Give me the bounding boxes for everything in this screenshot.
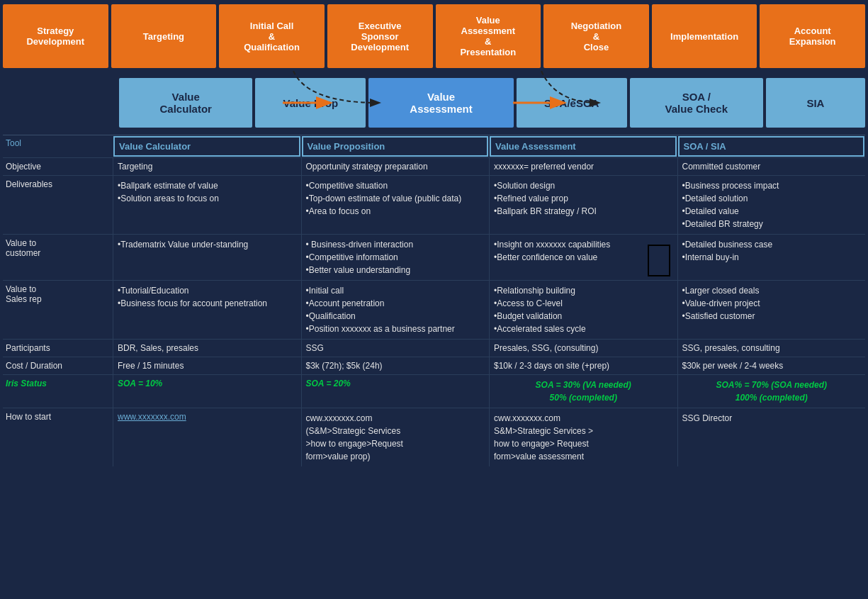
cost-duration-cell-2: $3k (72h); $5k (24h) [301, 357, 490, 374]
stage-strategy: StrategyDevelopment [3, 4, 108, 68]
objective-cell-4: Committed customer [677, 158, 866, 175]
deliverables-cell-3: •Solution design•Refined value prop•Ball… [489, 176, 677, 234]
deliverables-cell-1: •Ballpark estimate of value•Solution are… [113, 176, 301, 234]
value-customer-cell-3: •Insight on xxxxxxx capabilities•Better … [489, 235, 677, 280]
cost-duration-cell-4: $30k per week / 2-4 weeks [677, 357, 866, 374]
deliverables-row: Deliverables •Ballpark estimate of value… [3, 175, 865, 234]
value-salesrep-cell-1: •Tutorial/Education•Business focus for a… [113, 281, 301, 339]
stage-negotiation: Negotiation&Close [543, 4, 649, 68]
tool-value-assessment: ValueAssessment [368, 78, 513, 128]
participants-cell-2: SSG [301, 340, 490, 357]
cost-duration-label: Cost / Duration [3, 357, 113, 374]
objective-label: Objective [3, 158, 113, 175]
tool-sia: SIA [766, 78, 865, 128]
value-customer-cell-2: • Business-driven interaction•Competitiv… [301, 235, 490, 280]
stage-targeting: Targeting [111, 4, 217, 68]
value-customer-cell-4: •Detailed business case•Internal buy-in [677, 235, 866, 280]
black-rectangle [648, 245, 670, 276]
page-container: StrategyDevelopment Targeting Initial Ca… [0, 0, 868, 466]
objective-cell-1: Targeting [113, 158, 301, 175]
how-to-start-cell-2: cww.xxxxxxx.com(S&M>Strategic Services>h… [301, 408, 490, 466]
objective-cell-3: xxxxxxx= preferred vendor [489, 158, 677, 175]
cost-duration-cell-1: Free / 15 minutes [113, 357, 301, 374]
how-to-start-cell-4: SSG Director [677, 408, 866, 466]
deliverables-cell-4: •Business process impact•Detailed soluti… [677, 176, 866, 234]
iris-status-cell-3: SOA = 30% (VA needed)50% (completed) [489, 375, 677, 408]
stage-account-exp: AccountExpansion [760, 4, 865, 68]
iris-status-cell-2: SOA = 20% [301, 375, 490, 408]
how-to-start-row: How to start www.xxxxxxx.com cww.xxxxxxx… [3, 408, 865, 466]
participants-row: Participants BDR, Sales, presales SSG Pr… [3, 339, 865, 357]
tool-header-value-assess: Value Assessment [490, 136, 677, 157]
participants-cell-3: Presales, SSG, (consulting) [489, 340, 677, 357]
tool-value-calculator: ValueCalculator [119, 78, 252, 128]
tool-header-value-prop: Value Proposition [302, 136, 489, 157]
stage-initial-call: Initial Call&Qualification [219, 4, 325, 68]
participants-cell-4: SSG, presales, consulting [677, 340, 866, 357]
iris-status-cell-4: SOA% = 70% (SOA needed)100% (completed) [677, 375, 866, 408]
how-to-start-cell-3: cww.xxxxxxx.comS&M>Strategic Services >h… [489, 408, 677, 466]
objective-cell-2: Opportunity strategy preparation [301, 158, 490, 175]
participants-label: Participants [3, 340, 113, 357]
stage-exec-sponsor: ExecutiveSponsorDevelopment [327, 4, 433, 68]
value-salesrep-cell-4: •Larger closed deals•Value-driven projec… [677, 281, 866, 339]
tool-row-label: Tool [3, 135, 113, 157]
tool-value-prop: Value Prop [255, 78, 366, 128]
tool-soa-value-check: SOA /Value Check [630, 78, 763, 128]
cost-duration-row: Cost / Duration Free / 15 minutes $3k (7… [3, 357, 865, 374]
stages-row: StrategyDevelopment Targeting Initial Ca… [0, 0, 868, 71]
value-customer-label: Value to customer [3, 235, 113, 280]
value-salesrep-label: Value toSales rep [3, 281, 113, 339]
main-table: Tool Value Calculator Value Proposition … [3, 135, 865, 466]
tool-soa-esoa: SOA/eSOA [517, 78, 627, 128]
value-salesrep-cell-2: •Initial call•Account penetration•Qualif… [301, 281, 490, 339]
iris-status-cell-1: SOA = 10% [113, 375, 301, 408]
value-salesrep-row: Value toSales rep •Tutorial/Education•Bu… [3, 280, 865, 339]
cost-duration-cell-3: $10k / 2-3 days on site (+prep) [489, 357, 677, 374]
participants-cell-1: BDR, Sales, presales [113, 340, 301, 357]
deliverables-label: Deliverables [3, 176, 113, 234]
how-to-start-label: How to start [3, 408, 113, 466]
tool-header-row: Tool Value Calculator Value Proposition … [3, 135, 865, 157]
how-to-start-cell-1[interactable]: www.xxxxxxx.com [113, 408, 301, 466]
stage-value-assess: ValueAssessment&Presentation [436, 4, 541, 68]
value-customer-row: Value to customer •Tradematrix Value und… [3, 234, 865, 280]
value-salesrep-cell-3: •Relationship building•Access to C-level… [489, 281, 677, 339]
value-customer-cell-1: •Tradematrix Value under-standing [113, 235, 301, 280]
stage-implementation: Implementation [652, 4, 757, 68]
iris-status-label: Iris Status [3, 375, 113, 408]
iris-status-row: Iris Status SOA = 10% SOA = 20% SOA = 30… [3, 374, 865, 408]
objective-row: Objective Targeting Opportunity strategy… [3, 157, 865, 175]
tool-header-value-calc: Value Calculator [113, 136, 300, 157]
deliverables-cell-2: •Competitive situation•Top-down estimate… [301, 176, 490, 234]
tool-header-soa-sia: SOA / SIA [678, 136, 865, 157]
